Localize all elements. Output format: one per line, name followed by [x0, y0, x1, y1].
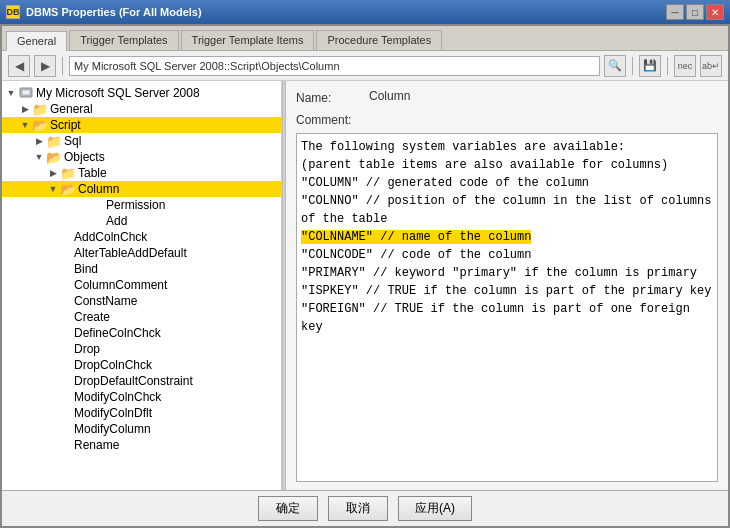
tree-item-table[interactable]: ▶ 📁 Table	[2, 165, 281, 181]
tree-item-sql[interactable]: ▶ 📁 Sql	[2, 133, 281, 149]
tree-label-dropcolnchck: DropColnChck	[74, 358, 152, 372]
tree-item-rename[interactable]: Rename	[2, 437, 281, 453]
tree-label-altertableadddefault: AlterTableAddDefault	[74, 246, 187, 260]
maximize-button[interactable]: □	[686, 4, 704, 20]
leaf-icon-permission	[88, 198, 104, 212]
tree-label-addcolnchck: AddColnChck	[74, 230, 147, 244]
tree-label-permission: Permission	[106, 198, 165, 212]
comment-line: "COLNNAME" // name of the column	[301, 228, 713, 246]
leaf-icon-add	[88, 214, 104, 228]
minimize-button[interactable]: ─	[666, 4, 684, 20]
tree-label-constname: ConstName	[74, 294, 137, 308]
tree-label-modifycolnchck: ModifyColnChck	[74, 390, 161, 404]
folder-icon-sql: 📁	[46, 134, 62, 148]
toolbar: ◀ ▶ 🔍 💾 nec ab↵	[2, 51, 728, 81]
comment-label: Comment:	[296, 111, 361, 127]
bottom-panel: 确定 取消 应用(A)	[2, 490, 728, 526]
title-bar-controls: ─ □ ✕	[666, 4, 724, 20]
comment-area[interactable]: The following system variables are avail…	[296, 133, 718, 482]
text-format-btn2[interactable]: ab↵	[700, 55, 722, 77]
comment-line: "COLNNO" // position of the column in th…	[301, 192, 713, 228]
comment-line: (parent table items are also available f…	[301, 156, 713, 174]
save-icon: 💾	[643, 59, 657, 72]
tree-panel[interactable]: ▼ My Microsoft SQL Server 2008 ▶ 📁 Gener…	[2, 81, 282, 490]
tree-item-bind[interactable]: Bind	[2, 261, 281, 277]
folder-open-icon-script: 📂	[32, 118, 48, 132]
tab-procedure-templates[interactable]: Procedure Templates	[316, 30, 442, 50]
back-icon: ◀	[15, 59, 24, 73]
folder-icon-general: 📁	[32, 102, 48, 116]
folder-icon-table: 📁	[60, 166, 76, 180]
tab-trigger-templates[interactable]: Trigger Templates	[69, 30, 178, 50]
expander-objects: ▼	[32, 150, 46, 164]
tree-label-columncomment: ColumnComment	[74, 278, 167, 292]
tree-item-modifycolumn[interactable]: ModifyColumn	[2, 421, 281, 437]
toolbar-separator-2	[632, 57, 633, 75]
title-bar-left: DB DBMS Properties (For All Models)	[6, 5, 202, 19]
apply-button[interactable]: 应用(A)	[398, 496, 472, 521]
save-button[interactable]: 💾	[639, 55, 661, 77]
text-format-btn1[interactable]: nec	[674, 55, 696, 77]
name-label: Name:	[296, 89, 361, 105]
toolbar-separator-3	[667, 57, 668, 75]
server-icon	[18, 86, 34, 100]
expander-table: ▶	[46, 166, 60, 180]
tree-item-permission[interactable]: ▶ Permission	[2, 197, 281, 213]
search-button[interactable]: 🔍	[604, 55, 626, 77]
tree-item-script[interactable]: ▼ 📂 Script	[2, 117, 281, 133]
comment-line: "COLUMN" // generated code of the column	[301, 174, 713, 192]
close-button[interactable]: ✕	[706, 4, 724, 20]
tree-label-definecolnchck: DefineColnChck	[74, 326, 161, 340]
tree-item-dropdefaultconstraint[interactable]: DropDefaultConstraint	[2, 373, 281, 389]
comment-line: "ISPKEY" // TRUE if the column is part o…	[301, 282, 713, 300]
tab-general[interactable]: General	[6, 31, 67, 51]
tree-item-altertableadddefault[interactable]: AlterTableAddDefault	[2, 245, 281, 261]
forward-button[interactable]: ▶	[34, 55, 56, 77]
tree-item-add[interactable]: ▶ Add	[2, 213, 281, 229]
tree-label-script: Script	[50, 118, 81, 132]
tree-label-root: My Microsoft SQL Server 2008	[36, 86, 200, 100]
path-input[interactable]	[69, 56, 600, 76]
comment-line: "FOREIGN" // TRUE if the column is part …	[301, 300, 713, 336]
comment-line: "PRIMARY" // keyword "primary" if the co…	[301, 264, 713, 282]
comment-line: The following system variables are avail…	[301, 138, 713, 156]
tree-item-definecolnchck[interactable]: DefineColnChck	[2, 325, 281, 341]
tree-item-drop[interactable]: Drop	[2, 341, 281, 357]
ok-button[interactable]: 确定	[258, 496, 318, 521]
tree-item-dropcolnchck[interactable]: DropColnChck	[2, 357, 281, 373]
window-title: DBMS Properties (For All Models)	[26, 6, 202, 18]
search-icon: 🔍	[608, 59, 622, 72]
cancel-button[interactable]: 取消	[328, 496, 388, 521]
tree-label-general: General	[50, 102, 93, 116]
tree-label-column: Column	[78, 182, 119, 196]
tab-trigger-template-items[interactable]: Trigger Template Items	[181, 30, 315, 50]
tree-item-modifycolndflt[interactable]: ModifyColnDflt	[2, 405, 281, 421]
tree-label-modifycolndflt: ModifyColnDflt	[74, 406, 152, 420]
tree-label-drop: Drop	[74, 342, 100, 356]
tree-label-add: Add	[106, 214, 127, 228]
name-row: Name: Column	[296, 89, 718, 105]
tree-label-dropdefaultconstraint: DropDefaultConstraint	[74, 374, 193, 388]
tree-item-modifycolnchck[interactable]: ModifyColnChck	[2, 389, 281, 405]
expander-sql: ▶	[32, 134, 46, 148]
toolbar-separator-1	[62, 57, 63, 75]
tree-item-column[interactable]: ▼ 📂 Column	[2, 181, 281, 197]
tree-item-create[interactable]: Create	[2, 309, 281, 325]
tree-item-general[interactable]: ▶ 📁 General	[2, 101, 281, 117]
tree-item-columncomment[interactable]: ColumnComment	[2, 277, 281, 293]
tab-bar: General Trigger Templates Trigger Templa…	[2, 26, 728, 51]
title-bar: DB DBMS Properties (For All Models) ─ □ …	[0, 0, 730, 24]
tree-item-constname[interactable]: ConstName	[2, 293, 281, 309]
tree-label-bind: Bind	[74, 262, 98, 276]
back-button[interactable]: ◀	[8, 55, 30, 77]
tree-item-addcolnchck[interactable]: AddColnChck	[2, 229, 281, 245]
app-icon: DB	[6, 5, 20, 19]
tree-label-table: Table	[78, 166, 107, 180]
expander-script: ▼	[18, 118, 32, 132]
tree-scroll-area: ▼ My Microsoft SQL Server 2008 ▶ 📁 Gener…	[2, 81, 281, 457]
tree-item-root[interactable]: ▼ My Microsoft SQL Server 2008	[2, 85, 281, 101]
name-value: Column	[369, 89, 410, 103]
tree-item-objects[interactable]: ▼ 📂 Objects	[2, 149, 281, 165]
expander-general: ▶	[18, 102, 32, 116]
svg-rect-1	[22, 90, 30, 95]
